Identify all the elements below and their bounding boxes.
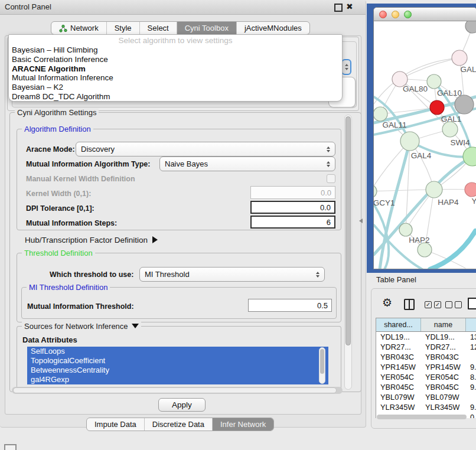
table-row[interactable]: YBL079WYBL079W xyxy=(376,392,476,402)
gear-icon[interactable]: ⚙ xyxy=(382,296,392,309)
node-label-gal: GAL xyxy=(460,65,476,74)
network-node-gcy1[interactable] xyxy=(374,185,377,198)
network-window-titlebar[interactable] xyxy=(374,8,476,21)
network-node-gal1[interactable] xyxy=(442,122,458,137)
table-cell: YBR045C xyxy=(376,383,421,392)
network-node-gray-large[interactable] xyxy=(455,95,474,114)
sources-title[interactable]: Sources for Network Inference xyxy=(22,322,141,331)
table-cell: YBR043C xyxy=(376,353,421,361)
node-label-hap4: HAP4 xyxy=(438,198,459,207)
algorithm-item-bayesian-k2[interactable]: Bayesian – K2 xyxy=(9,83,342,92)
table-row[interactable]: YLR345WYLR345W9. xyxy=(376,402,476,412)
network-node-gray-top[interactable] xyxy=(465,21,476,33)
mi-type-select[interactable]: Naive Bayes xyxy=(159,156,335,171)
deselect-all-columns-icon[interactable] xyxy=(445,301,462,308)
tab-select[interactable]: Select xyxy=(140,22,177,34)
tab-jactivemnodules[interactable]: jActiveMNodules xyxy=(237,22,309,34)
collapsed-panel-icon[interactable] xyxy=(4,444,17,450)
tab-discretize-data[interactable]: Discretize Data xyxy=(145,418,213,431)
window-close-icon[interactable] xyxy=(379,11,387,18)
kernel-width-field[interactable]: 0.0 xyxy=(250,186,335,199)
table-cell: 0 xyxy=(466,413,476,418)
network-node-gal10[interactable] xyxy=(427,74,441,89)
apply-button[interactable]: Apply xyxy=(158,398,206,412)
panel-splitter-handle[interactable] xyxy=(359,219,363,223)
table-cell: YDL19... xyxy=(376,332,421,341)
algorithm-item-mutual-information-inference[interactable]: Mutual Information Inference xyxy=(9,73,342,83)
attribute-item-selfloops[interactable]: SelfLoops xyxy=(27,347,328,356)
tab-network[interactable]: Network xyxy=(51,22,107,34)
window-zoom-icon[interactable] xyxy=(404,11,412,18)
tab-infer-network[interactable]: Infer Network xyxy=(213,418,273,431)
table-row[interactable]: YPR145WYPR145W9. xyxy=(376,362,476,372)
column-header-name[interactable]: name xyxy=(421,318,466,331)
aracne-mode-label: Aracne Mode: xyxy=(26,145,75,154)
network-node-gal[interactable] xyxy=(452,50,467,66)
attributes-scroll-thumb[interactable] xyxy=(320,349,324,374)
manual-kernel-checkbox[interactable] xyxy=(327,174,335,183)
table-header-row: shared...name xyxy=(376,318,476,332)
network-canvas[interactable]: GALGAL80GAL10GAL1GAL11SWI4GAL4GCY1HAP4YH… xyxy=(374,21,476,269)
table-cell: YBR043C xyxy=(421,353,466,361)
column-header-shared[interactable]: shared... xyxy=(376,318,421,331)
table-hscroll-thumb[interactable] xyxy=(377,415,467,419)
table-row[interactable]: YBR045CYBR045C9. xyxy=(376,382,476,392)
close-icon[interactable]: ✖ xyxy=(346,2,353,11)
hub-section-toggle[interactable]: Hub/Transcription Factor Definition xyxy=(25,236,158,244)
select-all-columns-icon[interactable]: ✓✓ xyxy=(425,301,441,308)
table-row[interactable]: YBR043CYBR043C xyxy=(376,352,476,362)
algorithm-item-basic-correlation-inference[interactable]: Basic Correlation Inference xyxy=(9,55,342,64)
attribute-item-gal4rgexp[interactable]: gal4RGexp xyxy=(27,375,328,384)
algorithm-item-bayesian-hill-climbing[interactable]: Bayesian – Hill Climbing xyxy=(9,45,342,55)
algorithm-item-dream8-dc-tdc-algorithm[interactable]: Dream8 DC_TDC Algorithm xyxy=(9,92,342,102)
tab-label: Impute Data xyxy=(94,420,136,429)
network-node-red-node[interactable] xyxy=(430,100,444,115)
network-node-bottom-node[interactable] xyxy=(418,243,432,257)
tab-impute-data[interactable]: Impute Data xyxy=(87,418,145,431)
attribute-item-betweennesscentrality[interactable]: BetweennessCentrality xyxy=(27,366,328,375)
collapsed-arrow-icon xyxy=(152,236,158,243)
attributes-list-scrollbar[interactable] xyxy=(319,347,325,384)
table-row[interactable]: YDR27...YDR27...12 xyxy=(376,342,476,352)
which-threshold-value: MI Threshold xyxy=(145,270,190,279)
settings-hscroll-thumb[interactable] xyxy=(13,387,337,393)
network-node-swi4[interactable] xyxy=(463,147,476,166)
algorithm-item-aracne-algorithm[interactable]: ARACNE Algorithm xyxy=(9,64,342,74)
node-label-gal1: GAL1 xyxy=(441,115,462,123)
network-node-gal11[interactable] xyxy=(374,107,387,121)
table-cell: YDR27... xyxy=(421,343,466,351)
network-node-y[interactable] xyxy=(465,182,476,197)
table-cell: 9. xyxy=(466,383,476,392)
data-attributes-list: SelfLoopsTopologicalCoefficientBetweenne… xyxy=(27,347,328,384)
attribute-item-topologicalcoefficient[interactable]: TopologicalCoefficient xyxy=(27,356,328,366)
settings-scroll-thumb[interactable] xyxy=(345,116,351,345)
which-threshold-select[interactable]: MI Threshold xyxy=(139,267,325,282)
network-edge xyxy=(374,190,434,191)
table-row[interactable]: YDL19...YDL19...13 xyxy=(376,332,476,342)
table-cell: YBL079W xyxy=(421,393,466,402)
settings-vertical-scrollbar[interactable] xyxy=(344,115,352,390)
network-node-hap4[interactable] xyxy=(426,181,442,198)
tab-style[interactable]: Style xyxy=(107,22,140,34)
column-header-partial[interactable] xyxy=(466,318,476,331)
dpi-tolerance-field[interactable]: 0.0 xyxy=(250,201,335,214)
mi-threshold-title: MI Threshold Definition xyxy=(27,283,110,292)
mi-threshold-label: Mutual Information Threshold: xyxy=(27,302,134,311)
mi-steps-field[interactable]: 6 xyxy=(250,216,335,229)
tab-cyni-toolbox[interactable]: Cyni Toolbox xyxy=(177,22,237,34)
hub-section-label: Hub/Transcription Factor Definition xyxy=(25,236,148,244)
table-cell: YLR345W xyxy=(376,403,421,412)
table-cell: 12 xyxy=(466,343,476,351)
settings-horizontal-scrollbar[interactable] xyxy=(12,387,343,394)
aracne-mode-select[interactable]: Discovery xyxy=(76,142,335,156)
export-table-icon[interactable] xyxy=(468,298,476,309)
float-window-icon[interactable] xyxy=(334,4,343,12)
table-row[interactable]: YER054CYER054C8. xyxy=(376,372,476,382)
window-minimize-icon[interactable] xyxy=(392,11,399,18)
mi-threshold-field[interactable]: 0.5 xyxy=(248,299,332,312)
network-node-hap2[interactable] xyxy=(399,223,412,236)
columns-icon[interactable] xyxy=(404,299,415,310)
table-cell: YPR145W xyxy=(376,363,421,371)
top-tab-strip: NetworkStyleSelectCyni ToolboxjActiveMNo… xyxy=(51,21,310,35)
network-node-gal4[interactable] xyxy=(400,132,419,151)
